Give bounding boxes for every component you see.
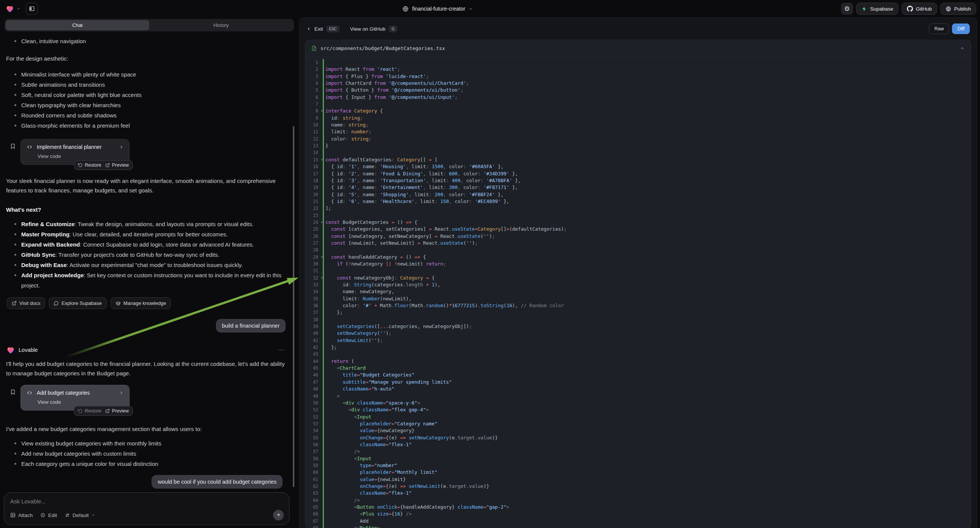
- code-line: 65 <Button onClick={handleAddCategory} c…: [305, 504, 971, 511]
- preview-button[interactable]: Preview: [105, 162, 129, 168]
- restore-icon: [78, 409, 83, 413]
- line-number: 59: [305, 462, 318, 469]
- lovable-logo-menu[interactable]: [5, 4, 21, 13]
- code-line: 53 placeholder="Category name": [305, 420, 971, 427]
- fold-gutter: [318, 73, 325, 80]
- code-line: 60 placeholder="Monthly limit": [305, 469, 971, 476]
- fold-gutter: [318, 427, 325, 434]
- external-link-icon: [12, 301, 17, 306]
- tab-history[interactable]: History: [149, 20, 293, 30]
- line-number: 38: [305, 316, 318, 323]
- raw-toggle-button[interactable]: Raw: [929, 24, 949, 34]
- code-line: 67 Add: [305, 518, 971, 525]
- restore-button[interactable]: Restore: [78, 408, 102, 413]
- fold-gutter: [318, 170, 325, 177]
- manage-knowledge-button[interactable]: Manage knowledge: [111, 297, 171, 309]
- fold-gutter: [318, 379, 325, 386]
- bullet-dot: [14, 233, 16, 235]
- line-number: 62: [305, 483, 318, 490]
- diff-added-gutter-bar: [323, 59, 324, 528]
- supabase-button[interactable]: Supabase: [856, 3, 899, 15]
- line-number: 53: [305, 420, 318, 427]
- more-options-icon[interactable]: ···: [278, 347, 290, 353]
- fold-gutter: [318, 490, 325, 496]
- code-line: 5import { Button } from '@/components/ui…: [305, 87, 971, 94]
- fold-gutter: [318, 177, 325, 184]
- model-selector[interactable]: Default: [65, 512, 95, 518]
- chat-messages: Clean, intuitive navigation For the desi…: [0, 32, 296, 469]
- github-button[interactable]: GitHub: [902, 3, 937, 15]
- settings-button[interactable]: ⚙: [841, 3, 853, 15]
- fold-gutter: [318, 330, 325, 337]
- fold-toggle-icon[interactable]: ∨: [318, 108, 325, 115]
- code-line: 40 setNewCategory('');: [305, 330, 971, 337]
- preview-button[interactable]: Preview: [105, 408, 129, 413]
- diff-toggle-button[interactable]: Diff: [952, 24, 970, 34]
- explore-supabase-button[interactable]: Explore Supabase: [49, 297, 107, 309]
- restore-button[interactable]: Restore: [78, 162, 102, 168]
- fold-gutter: [318, 469, 325, 476]
- attach-button[interactable]: Attach: [10, 512, 33, 518]
- top-bar-actions: ⚙ Supabase GitHub Publish: [841, 3, 976, 15]
- code-line: 23: [305, 212, 971, 219]
- chat-scrollbar[interactable]: [293, 126, 294, 487]
- code-line: 62 onChange={(e) => setNewLimit(e.target…: [305, 483, 971, 490]
- fold-toggle-icon[interactable]: ∨: [318, 275, 325, 281]
- fold-gutter: [318, 365, 325, 372]
- line-number: 47: [305, 379, 318, 386]
- version-card-implement-financial-planner[interactable]: Implement financial planner View code Re…: [21, 139, 130, 165]
- send-button[interactable]: [273, 510, 284, 520]
- line-number: 61: [305, 476, 318, 483]
- project-switcher[interactable]: financial-future-creator: [402, 0, 473, 17]
- line-number: 56: [305, 441, 318, 448]
- code-editor[interactable]: 12import React from 'react';3import { Pl…: [305, 57, 971, 528]
- code-line: 51 <div className="flex gap-4">: [305, 406, 971, 413]
- tab-chat[interactable]: Chat: [6, 20, 149, 30]
- fold-gutter: [318, 205, 325, 212]
- fold-gutter: [318, 101, 325, 108]
- bullet-dot: [14, 94, 16, 96]
- code-line: 39 setCategories([...categories, newCate…: [305, 323, 971, 330]
- line-number: 31: [305, 267, 318, 274]
- view-mode-toggle: Raw Diff: [929, 24, 970, 34]
- code-line: 19 { id: '4', name: 'Entertainment', lim…: [305, 184, 971, 191]
- fold-toggle-icon[interactable]: ∨: [318, 219, 325, 226]
- chevron-up-icon[interactable]: [960, 46, 965, 51]
- view-code-link[interactable]: View code: [38, 153, 124, 159]
- line-number: 22: [305, 205, 318, 212]
- toggle-sidebar-button[interactable]: [26, 3, 38, 15]
- view-code-link[interactable]: View code: [38, 399, 124, 405]
- publish-button[interactable]: Publish: [940, 3, 976, 15]
- chat-input[interactable]: Ask Lovable...: [10, 498, 283, 504]
- code-view-panel: Exit ESC View on GitHub G Raw Diff src/c…: [299, 17, 977, 528]
- bookmark-icon[interactable]: [10, 143, 16, 149]
- bookmark-icon[interactable]: [10, 389, 16, 396]
- code-line: 8∨interface Category {: [305, 108, 971, 115]
- code-line: 13}: [305, 142, 971, 149]
- version-card-add-budget-categories[interactable]: Add budget categories View code Restore …: [21, 385, 130, 410]
- fold-gutter: [318, 386, 325, 393]
- assistant-help-message: I'll help you add budget categories to t…: [6, 359, 290, 378]
- version-actions-pill: Restore Preview: [74, 406, 133, 416]
- file-header[interactable]: src/components/budget/BudgetCategories.t…: [305, 40, 971, 57]
- fold-toggle-icon[interactable]: ∨: [318, 254, 325, 261]
- code-line: 31: [305, 267, 971, 274]
- fold-gutter: [318, 163, 325, 170]
- design-bullet-list: Minimalist interface with plenty of whit…: [6, 69, 290, 131]
- code-line: 15∨const defaultCategories: Category[] =…: [305, 156, 971, 163]
- view-on-github-button[interactable]: View on GitHub G: [350, 26, 397, 32]
- fold-gutter: [318, 281, 325, 288]
- edit-mode-button[interactable]: Edit: [40, 512, 57, 518]
- project-name: financial-future-creator: [412, 6, 465, 12]
- visit-docs-button[interactable]: Visit docs: [7, 297, 45, 309]
- bullet-dot: [14, 264, 16, 266]
- code-line: 56 className="flex-1": [305, 441, 971, 448]
- fold-gutter: [318, 504, 325, 511]
- user-message-row: build a financial planner: [6, 319, 290, 332]
- chat-composer[interactable]: Ask Lovable... Attach Edit Default: [4, 492, 290, 525]
- fold-gutter: [318, 323, 325, 330]
- fold-gutter: [318, 87, 325, 94]
- fold-toggle-icon[interactable]: ∨: [318, 156, 325, 163]
- exit-button[interactable]: Exit ESC: [307, 26, 339, 32]
- code-line: 32∨ const newCategoryObj: Category = {: [305, 275, 971, 281]
